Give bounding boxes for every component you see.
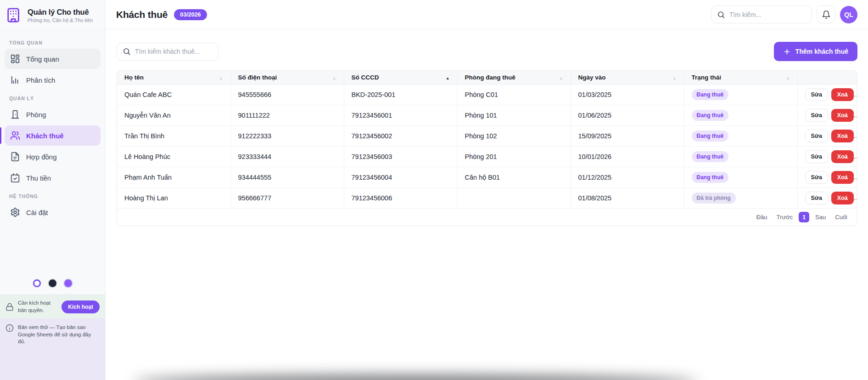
sidebar-nav: TỔNG QUAN Tổng quan Phân tích QUẢN LÝ Ph… <box>0 31 105 223</box>
cell-room <box>457 188 571 209</box>
delete-button[interactable]: Xoá <box>831 130 854 142</box>
cell-date: 01/03/2025 <box>571 85 684 105</box>
add-tenant-label: Thêm khách thuê <box>795 48 848 55</box>
theme-purple-dot[interactable] <box>64 279 72 287</box>
cell-room: Phòng 102 <box>457 126 571 147</box>
add-tenant-button[interactable]: Thêm khách thuê <box>774 42 857 61</box>
status-badge: Đang thuê <box>692 110 729 121</box>
sidebar-item-cai-dat[interactable]: Cài đặt <box>5 202 101 222</box>
sidebar-item-label: Hợp đồng <box>26 153 57 161</box>
document-icon <box>10 152 20 162</box>
delete-button[interactable]: Xoá <box>831 192 854 204</box>
info-icon <box>6 324 14 332</box>
cell-cccd: 79123456002 <box>344 126 457 147</box>
cell-phone: 923333444 <box>230 147 344 167</box>
cell-name: Phạm Anh Tuấn <box>117 167 230 188</box>
edit-button[interactable]: Sửa <box>805 109 828 122</box>
table-row: Nguyễn Văn An 901111222 79123456001 Phòn… <box>117 105 857 126</box>
delete-button[interactable]: Xoá <box>831 109 854 122</box>
license-banner-text: Cần kích hoạt bản quyền. <box>18 300 57 314</box>
period-badge: 03/2026 <box>174 9 207 20</box>
sort-asc-icon-active <box>446 74 449 81</box>
cell-cccd: 79123456004 <box>344 167 457 188</box>
cell-cccd: 79123456001 <box>344 105 457 126</box>
table-row: Phạm Anh Tuấn 934444555 79123456004 Căn … <box>117 167 857 188</box>
tenant-search[interactable] <box>117 43 218 61</box>
sidebar-item-label: Tổng quan <box>26 55 59 63</box>
page-title: Khách thuê <box>116 9 168 20</box>
sidebar-item-thu-tien[interactable]: Thu tiền <box>5 168 101 188</box>
sidebar-item-label: Phòng <box>26 111 46 119</box>
edit-button[interactable]: Sửa <box>805 130 828 142</box>
cell-name: Nguyễn Văn An <box>117 105 230 126</box>
sort-asc-icon <box>332 74 336 81</box>
sidebar-item-hop-dong[interactable]: Hợp đồng <box>5 147 101 167</box>
table-row: Quán Cafe ABC 945555666 BKD-2025-001 Phò… <box>117 85 857 105</box>
cell-cccd: 79123456006 <box>344 188 457 209</box>
pagination-prev-button[interactable]: Trước <box>773 212 796 222</box>
pagination-next-button[interactable]: Sau <box>812 212 829 222</box>
global-search-input[interactable] <box>729 11 806 18</box>
sidebar-item-tong-quan[interactable]: Tổng quan <box>5 49 101 69</box>
app-title: Quản lý Cho thuê <box>28 8 93 17</box>
cell-phone: 945555666 <box>230 85 344 105</box>
status-badge: Đang thuê <box>692 89 729 100</box>
column-header-status[interactable]: Trạng thái <box>684 71 797 85</box>
cell-name: Hoàng Thị Lan <box>117 188 230 209</box>
theme-dark-dot[interactable] <box>49 279 56 287</box>
cell-room: Phòng C01 <box>457 85 571 105</box>
status-badge: Đang thuê <box>692 151 729 162</box>
notifications-button[interactable] <box>817 6 835 23</box>
tenant-search-input[interactable] <box>135 48 213 55</box>
status-badge: Đã trả phòng <box>692 193 736 204</box>
sidebar-item-phong[interactable]: Phòng <box>5 104 101 125</box>
plus-icon <box>783 48 791 56</box>
column-header-name[interactable]: Họ tên <box>117 71 230 85</box>
toolbar: Thêm khách thuê <box>117 42 857 61</box>
cell-phone: 956666777 <box>230 188 344 209</box>
main-area: Khách thuê 03/2026 QL <box>106 0 868 380</box>
pagination-first-button[interactable]: Đầu <box>753 212 771 222</box>
trial-banner-text: Bản xem thử — Tạo bản sao Google Sheets … <box>18 324 100 346</box>
column-header-phone[interactable]: Số điện thoại <box>230 71 344 85</box>
edit-button[interactable]: Sửa <box>805 150 828 163</box>
tenant-table-card: Họ tên Số điện thoại Số CCCD Phòng đang … <box>117 70 857 226</box>
column-header-cccd[interactable]: Số CCCD <box>344 71 457 85</box>
sort-asc-icon <box>219 74 223 81</box>
edit-button[interactable]: Sửa <box>805 192 828 204</box>
sidebar-item-phan-tich[interactable]: Phân tích <box>5 70 101 90</box>
sidebar-item-khach-thue[interactable]: Khách thuê <box>5 125 101 146</box>
section-label-overview: TỔNG QUAN <box>9 40 96 45</box>
column-header-date[interactable]: Ngày vào <box>571 71 684 85</box>
pagination-current-page[interactable]: 1 <box>799 212 809 222</box>
search-icon <box>717 11 725 19</box>
topbar-right: QL <box>711 6 857 23</box>
edit-button[interactable]: Sửa <box>805 171 828 184</box>
sidebar-item-label: Thu tiền <box>26 174 51 182</box>
edit-button[interactable]: Sửa <box>805 88 828 101</box>
section-label-system: HỆ THỐNG <box>9 193 96 199</box>
topbar: Khách thuê 03/2026 QL <box>106 0 868 29</box>
delete-button[interactable]: Xoá <box>831 88 854 101</box>
license-banner: Cần kích hoạt bản quyền. Kích hoạt <box>0 295 105 318</box>
search-icon <box>123 47 131 56</box>
cell-cccd: 79123456003 <box>344 147 457 167</box>
cell-phone: 934444555 <box>230 167 344 188</box>
cell-name: Trần Thị Bình <box>117 126 230 147</box>
cell-date: 01/08/2025 <box>571 188 684 209</box>
user-avatar[interactable]: QL <box>840 6 857 23</box>
activate-button[interactable]: Kích hoạt <box>62 301 100 313</box>
lock-icon <box>6 303 14 311</box>
sort-asc-icon <box>559 74 563 81</box>
theme-light-dot[interactable] <box>33 279 41 287</box>
bell-icon <box>822 10 831 19</box>
delete-button[interactable]: Xoá <box>831 150 854 163</box>
door-icon <box>10 109 20 119</box>
delete-button[interactable]: Xoá <box>831 171 854 184</box>
pagination-last-button[interactable]: Cuối <box>832 212 851 222</box>
table-header-row: Họ tên Số điện thoại Số CCCD Phòng đang … <box>117 71 857 85</box>
cell-date: 15/09/2025 <box>571 126 684 147</box>
app-subtitle: Phòng trọ, Căn hộ & Thu tiền <box>28 17 93 23</box>
global-search[interactable] <box>711 6 812 23</box>
column-header-room[interactable]: Phòng đang thuê <box>457 71 571 85</box>
